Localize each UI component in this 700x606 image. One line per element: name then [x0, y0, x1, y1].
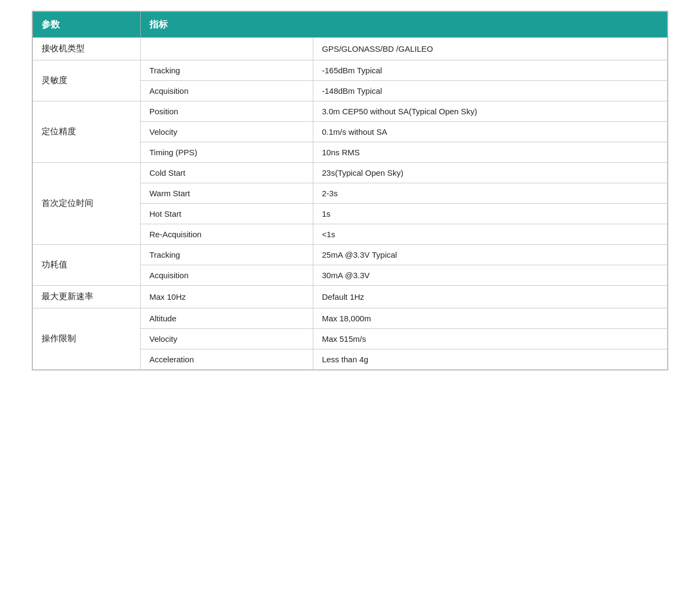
table-row: 灵敏度Tracking-165dBm Typical: [33, 60, 668, 81]
header-metric: 指标: [141, 12, 668, 38]
header-param: 参数: [33, 12, 141, 38]
value-cell: 0.1m/s without SA: [313, 122, 668, 142]
value-cell: 25mA @3.3V Typical: [313, 245, 668, 265]
value-cell: Max 18,000m: [313, 308, 668, 329]
sub-cell: Acquisition: [141, 81, 313, 101]
table-header-row: 参数 指标: [33, 12, 668, 38]
sub-cell: Tracking: [141, 245, 313, 265]
value-cell: 2-3s: [313, 183, 668, 204]
value-cell: 3.0m CEP50 without SA(Typical Open Sky): [313, 101, 668, 122]
sub-cell: Re-Acquisition: [141, 224, 313, 245]
sub-cell: Cold Start: [141, 163, 313, 183]
value-cell: -165dBm Typical: [313, 60, 668, 81]
value-cell: 30mA @3.3V: [313, 265, 668, 286]
sub-cell: Velocity: [141, 329, 313, 349]
value-cell: GPS/GLONASS/BD /GALILEO: [313, 38, 668, 60]
sub-cell: Tracking: [141, 60, 313, 81]
table-row: 操作限制AltitudeMax 18,000m: [33, 308, 668, 329]
sub-cell: Position: [141, 101, 313, 122]
value-cell: 10ns RMS: [313, 142, 668, 163]
value-cell: 23s(Typical Open Sky): [313, 163, 668, 183]
param-cell: 首次定位时间: [33, 163, 141, 245]
param-cell: 灵敏度: [33, 60, 141, 101]
main-table-wrapper: 参数 指标 接收机类型GPS/GLONASS/BD /GALILEO灵敏度Tra…: [32, 11, 668, 370]
value-cell: Max 515m/s: [313, 329, 668, 349]
value-cell: Less than 4g: [313, 349, 668, 370]
sub-cell: Acquisition: [141, 265, 313, 286]
value-cell: Default 1Hz: [313, 286, 668, 308]
param-cell: 功耗值: [33, 245, 141, 286]
sub-cell: Max 10Hz: [141, 286, 313, 308]
sub-cell: Altitude: [141, 308, 313, 329]
sub-cell: Acceleration: [141, 349, 313, 370]
sub-cell: Velocity: [141, 122, 313, 142]
value-cell: 1s: [313, 204, 668, 224]
specs-table: 参数 指标 接收机类型GPS/GLONASS/BD /GALILEO灵敏度Tra…: [32, 11, 668, 370]
table-row: 接收机类型GPS/GLONASS/BD /GALILEO: [33, 38, 668, 60]
param-cell: 接收机类型: [33, 38, 141, 60]
table-row: 功耗值Tracking25mA @3.3V Typical: [33, 245, 668, 265]
param-cell: 最大更新速率: [33, 286, 141, 308]
table-row: 定位精度Position3.0m CEP50 without SA(Typica…: [33, 101, 668, 122]
sub-cell: Warm Start: [141, 183, 313, 204]
sub-cell: [141, 38, 313, 60]
sub-cell: Hot Start: [141, 204, 313, 224]
value-cell: -148dBm Typical: [313, 81, 668, 101]
table-row: 首次定位时间Cold Start23s(Typical Open Sky): [33, 163, 668, 183]
sub-cell: Timing (PPS): [141, 142, 313, 163]
value-cell: <1s: [313, 224, 668, 245]
param-cell: 操作限制: [33, 308, 141, 370]
table-row: 最大更新速率Max 10HzDefault 1Hz: [33, 286, 668, 308]
param-cell: 定位精度: [33, 101, 141, 163]
